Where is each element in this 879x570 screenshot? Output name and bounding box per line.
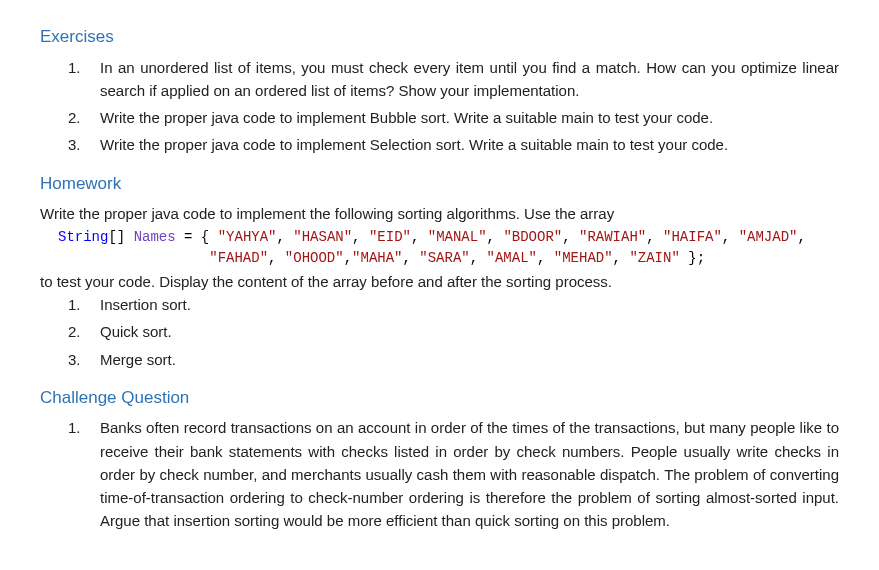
code-value: "YAHYA"	[218, 229, 277, 245]
code-comma: ,	[344, 250, 352, 266]
code-value: "SARA"	[419, 250, 469, 266]
list-item: 1.Insertion sort.	[68, 293, 839, 316]
code-value: "HAIFA"	[663, 229, 722, 245]
code-value: "MEHAD"	[554, 250, 613, 266]
code-value: "MANAL"	[428, 229, 487, 245]
list-number: 2.	[68, 320, 81, 343]
homework-heading: Homework	[40, 171, 839, 197]
code-close: };	[680, 250, 705, 266]
code-value: "BDOOR"	[503, 229, 562, 245]
code-brackets: []	[108, 229, 125, 245]
list-text: Insertion sort.	[100, 296, 191, 313]
code-comma: ,	[722, 229, 739, 245]
code-comma: ,	[268, 250, 285, 266]
list-number: 2.	[68, 106, 81, 129]
code-comma: ,	[470, 250, 487, 266]
challenge-list: 1.Banks often record transactions on an …	[40, 416, 839, 532]
list-text: Write the proper java code to implement …	[100, 109, 713, 126]
homework-outro: to test your code. Display the content o…	[40, 270, 839, 293]
code-value: "OHOOD"	[285, 250, 344, 266]
list-number: 1.	[68, 293, 81, 316]
list-item: 2.Quick sort.	[68, 320, 839, 343]
challenge-heading: Challenge Question	[40, 385, 839, 411]
code-value: "AMJAD"	[739, 229, 798, 245]
code-value: "HASAN"	[293, 229, 352, 245]
list-text: Write the proper java code to implement …	[100, 136, 728, 153]
list-number: 3.	[68, 348, 81, 371]
code-comma: ,	[276, 229, 293, 245]
code-value: "RAWIAH"	[579, 229, 646, 245]
exercises-heading: Exercises	[40, 24, 839, 50]
list-text: Quick sort.	[100, 323, 172, 340]
code-comma: ,	[562, 229, 579, 245]
code-type: String	[58, 229, 108, 245]
list-text: Banks often record transactions on an ac…	[100, 419, 839, 529]
list-item: 2.Write the proper java code to implemen…	[68, 106, 839, 129]
list-item: 1.Banks often record transactions on an …	[68, 416, 839, 532]
homework-list: 1.Insertion sort. 2.Quick sort. 3.Merge …	[40, 293, 839, 371]
code-snippet: String[] Names = { "YAHYA", "HASAN", "EI…	[58, 227, 839, 268]
code-comma: ,	[403, 250, 420, 266]
code-value: "ZAIN"	[629, 250, 679, 266]
code-value: "EID"	[369, 229, 411, 245]
code-comma: ,	[352, 229, 369, 245]
code-varname: Names	[134, 229, 176, 245]
list-item: 1.In an unordered list of items, you mus…	[68, 56, 839, 103]
code-comma: ,	[797, 229, 805, 245]
exercises-list: 1.In an unordered list of items, you mus…	[40, 56, 839, 157]
code-value: "AMAL"	[487, 250, 537, 266]
list-text: Merge sort.	[100, 351, 176, 368]
homework-intro: Write the proper java code to implement …	[40, 202, 839, 225]
list-number: 1.	[68, 56, 81, 79]
list-item: 3.Merge sort.	[68, 348, 839, 371]
list-text: In an unordered list of items, you must …	[100, 59, 839, 99]
code-value: "MAHA"	[352, 250, 402, 266]
code-comma: ,	[646, 229, 663, 245]
code-comma: ,	[411, 229, 428, 245]
code-comma: ,	[537, 250, 554, 266]
code-comma: ,	[487, 229, 504, 245]
list-item: 3.Write the proper java code to implemen…	[68, 133, 839, 156]
code-equals: = {	[176, 229, 218, 245]
list-number: 3.	[68, 133, 81, 156]
code-value: "FAHAD"	[209, 250, 268, 266]
list-number: 1.	[68, 416, 81, 439]
code-comma: ,	[613, 250, 630, 266]
